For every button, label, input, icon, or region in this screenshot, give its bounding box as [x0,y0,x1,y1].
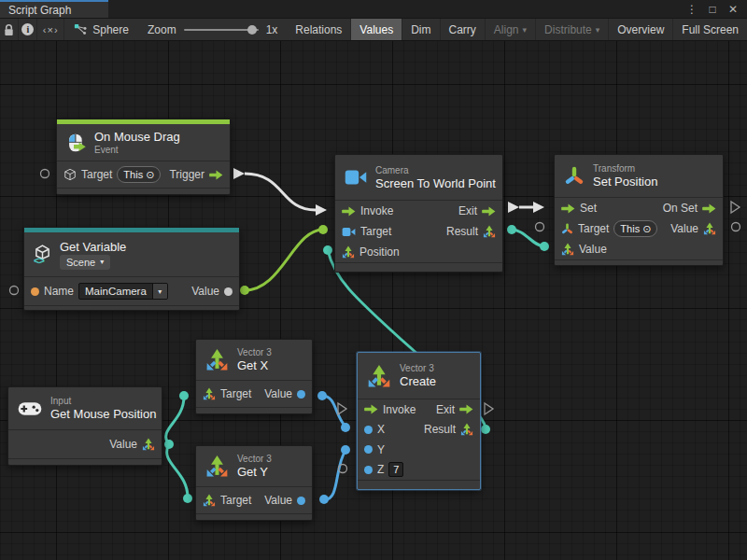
port-target-label: Target [360,225,391,238]
window-controls: ⋮ □ ✕ [684,0,747,18]
float-port-dot[interactable] [297,497,305,505]
wire-gety-to-y[interactable] [324,451,345,499]
lock-button[interactable] [0,19,18,40]
node-create-vector3[interactable]: Vector 3 Create Invoke Exit X Result [357,352,481,490]
carry-button[interactable]: Carry [440,19,485,40]
port-marker-event-target[interactable] [41,170,49,178]
more-menu-icon[interactable]: ⋮ [684,2,700,17]
wire-mouse-to-getx[interactable] [166,397,184,444]
node-get-y[interactable]: Vector 3 Get Y Target Value [195,445,313,521]
distribute-label: Distribute [544,23,592,36]
port-marker-setposition-value-out[interactable] [732,223,740,231]
flow-out-icon[interactable] [209,170,223,180]
overview-button[interactable]: Overview [608,19,672,40]
dim-button[interactable]: Dim [402,19,439,40]
wire-endpoint [341,445,350,455]
port-result-label: Result [424,423,456,436]
this-target-picker[interactable]: This ⊙ [613,220,657,237]
code-view-button[interactable]: ‹×› [36,19,63,40]
node-screen-to-world-point[interactable]: Camera Screen To World Point Invoke Exit… [334,154,503,273]
vector3-port-icon[interactable] [460,423,473,436]
this-target-picker[interactable]: This ⊙ [117,166,161,183]
full-screen-button[interactable]: Full Screen [672,19,747,40]
chevron-down-icon: ▾ [100,258,104,266]
vector3-port-icon[interactable] [142,438,155,451]
tab-bar: Script Graph ⋮ □ ✕ [0,0,747,19]
vector3-port-icon[interactable] [703,222,716,235]
node-set-position[interactable]: Transform Set Position Set On Set Target… [554,154,724,266]
camera-icon [345,169,367,186]
values-button[interactable]: Values [350,19,402,40]
vector3-port-icon[interactable] [561,243,574,256]
node-get-mouse-position[interactable]: Input Get Mouse Position Value [7,386,162,466]
zoom-slider[interactable] [184,29,259,31]
wire-result-to-value[interactable] [512,230,544,246]
float-port-dot[interactable] [364,466,373,474]
string-port-dot[interactable] [31,287,39,296]
port-value-out-label: Value [670,222,698,235]
zoom-value: 1x [266,23,278,36]
flow-output-marker[interactable] [508,202,519,213]
port-marker-onset-out[interactable] [731,202,740,213]
overview-label: Overview [617,23,664,36]
flow-in-icon[interactable] [342,206,356,217]
tab-title: Script Graph [8,4,71,17]
carry-label: Carry [449,23,476,36]
port-value-label: Value [264,494,292,507]
float-port-dot[interactable] [297,390,305,399]
port-marker-setposition-target[interactable] [536,223,544,231]
wire-endpoint [507,225,516,234]
vector3-port-icon[interactable] [483,225,496,238]
node-category: Vector 3 [400,363,436,373]
port-marker-variable[interactable] [10,287,19,295]
code-icon: ‹×› [43,24,59,35]
transform-icon [564,166,585,187]
camera-port-icon[interactable] [342,227,356,237]
gamepad-icon [18,401,42,416]
flow-in-icon[interactable] [561,203,575,214]
flow-out-icon[interactable] [459,404,473,414]
vector3-port-icon[interactable] [203,494,216,507]
variable-name-dropdown-button[interactable]: ▾ [152,284,167,299]
z-value-input[interactable]: 7 [388,462,403,477]
transform-port-icon[interactable] [561,223,573,235]
relations-button[interactable]: Relations [287,19,350,40]
float-port-dot[interactable] [364,445,373,454]
wire-endpoint [164,440,174,449]
node-header: Input Get Mouse Position [8,387,162,430]
flow-out-icon[interactable] [482,206,496,217]
distribute-button[interactable]: Distribute▾ [535,19,608,40]
flow-out-icon[interactable] [702,203,716,214]
scene-variable-icon: <> [34,245,51,264]
node-title: On Mouse Drag [94,130,180,144]
port-marker-create-exit[interactable] [485,403,493,414]
float-port-dot[interactable] [364,426,373,434]
vector3-port-icon[interactable] [342,245,355,259]
variable-kind-dropdown[interactable]: Scene ▾ [60,255,110,270]
tab-script-graph[interactable]: Script Graph [0,0,108,18]
variable-name-field[interactable]: MainCamera ▾ [78,283,168,300]
info-button[interactable]: i [18,19,36,40]
chevron-down-icon: ▾ [523,25,528,35]
port-marker-create-invoke[interactable] [338,403,346,414]
wire-variable-to-target[interactable] [245,230,323,290]
zoom-slider-knob[interactable] [247,25,257,35]
port-target-label: Target [220,387,251,400]
graph-breadcrumb[interactable]: Sphere [63,19,138,40]
align-button[interactable]: Align▾ [485,19,535,40]
node-header: Vector 3 Get Y [196,446,312,487]
vector3-port-icon[interactable] [203,387,216,400]
node-on-mouse-drag[interactable]: On Mouse Drag Event Target This ⊙ Trigge… [56,119,231,195]
close-icon[interactable]: ✕ [725,2,741,17]
wire-endpoint [240,286,249,295]
port-invoke-label: Invoke [360,204,393,217]
wire-mouse-to-gety[interactable] [167,444,188,497]
node-get-x[interactable]: Vector 3 Get X Target Value [195,339,313,414]
maximize-icon[interactable]: □ [704,2,721,17]
node-get-variable[interactable]: <> Get Variable Scene ▾ Name MainCamera … [23,227,240,311]
graph-canvas[interactable]: On Mouse Drag Event Target This ⊙ Trigge… [0,41,747,560]
flow-output-marker[interactable] [233,168,245,179]
value-port-dot[interactable] [224,287,233,296]
wire-trigger-to-invoke[interactable] [245,174,316,210]
flow-in-icon[interactable] [364,404,378,414]
